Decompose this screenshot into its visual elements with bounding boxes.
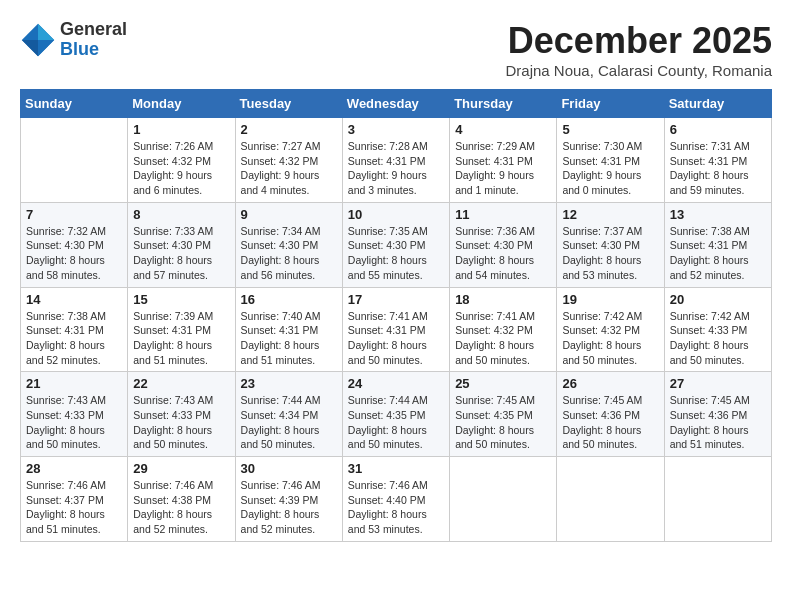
calendar-cell: 1Sunrise: 7:26 AM Sunset: 4:32 PM Daylig… bbox=[128, 118, 235, 203]
svg-marker-3 bbox=[22, 40, 38, 56]
calendar-cell: 6Sunrise: 7:31 AM Sunset: 4:31 PM Daylig… bbox=[664, 118, 771, 203]
day-number: 15 bbox=[133, 292, 229, 307]
cell-content: Sunrise: 7:30 AM Sunset: 4:31 PM Dayligh… bbox=[562, 139, 658, 198]
calendar-cell: 2Sunrise: 7:27 AM Sunset: 4:32 PM Daylig… bbox=[235, 118, 342, 203]
day-number: 24 bbox=[348, 376, 444, 391]
day-of-week-thursday: Thursday bbox=[450, 90, 557, 118]
calendar-cell: 31Sunrise: 7:46 AM Sunset: 4:40 PM Dayli… bbox=[342, 457, 449, 542]
cell-content: Sunrise: 7:44 AM Sunset: 4:34 PM Dayligh… bbox=[241, 393, 337, 452]
cell-content: Sunrise: 7:46 AM Sunset: 4:37 PM Dayligh… bbox=[26, 478, 122, 537]
calendar-cell: 24Sunrise: 7:44 AM Sunset: 4:35 PM Dayli… bbox=[342, 372, 449, 457]
cell-content: Sunrise: 7:44 AM Sunset: 4:35 PM Dayligh… bbox=[348, 393, 444, 452]
calendar-cell: 28Sunrise: 7:46 AM Sunset: 4:37 PM Dayli… bbox=[21, 457, 128, 542]
day-number: 8 bbox=[133, 207, 229, 222]
calendar-cell: 4Sunrise: 7:29 AM Sunset: 4:31 PM Daylig… bbox=[450, 118, 557, 203]
calendar-cell: 9Sunrise: 7:34 AM Sunset: 4:30 PM Daylig… bbox=[235, 202, 342, 287]
day-number: 1 bbox=[133, 122, 229, 137]
day-number: 30 bbox=[241, 461, 337, 476]
logo: General Blue bbox=[20, 20, 127, 60]
calendar-cell: 15Sunrise: 7:39 AM Sunset: 4:31 PM Dayli… bbox=[128, 287, 235, 372]
days-of-week-row: SundayMondayTuesdayWednesdayThursdayFrid… bbox=[21, 90, 772, 118]
logo-general: General bbox=[60, 20, 127, 40]
cell-content: Sunrise: 7:46 AM Sunset: 4:38 PM Dayligh… bbox=[133, 478, 229, 537]
calendar-cell: 17Sunrise: 7:41 AM Sunset: 4:31 PM Dayli… bbox=[342, 287, 449, 372]
cell-content: Sunrise: 7:27 AM Sunset: 4:32 PM Dayligh… bbox=[241, 139, 337, 198]
logo-icon bbox=[20, 22, 56, 58]
calendar-cell: 11Sunrise: 7:36 AM Sunset: 4:30 PM Dayli… bbox=[450, 202, 557, 287]
cell-content: Sunrise: 7:45 AM Sunset: 4:36 PM Dayligh… bbox=[670, 393, 766, 452]
page-header: General Blue December 2025 Drajna Noua, … bbox=[20, 20, 772, 79]
calendar-cell bbox=[21, 118, 128, 203]
day-number: 25 bbox=[455, 376, 551, 391]
svg-marker-2 bbox=[38, 40, 54, 56]
calendar-week-5: 28Sunrise: 7:46 AM Sunset: 4:37 PM Dayli… bbox=[21, 457, 772, 542]
day-number: 16 bbox=[241, 292, 337, 307]
day-of-week-saturday: Saturday bbox=[664, 90, 771, 118]
calendar-cell: 19Sunrise: 7:42 AM Sunset: 4:32 PM Dayli… bbox=[557, 287, 664, 372]
day-number: 9 bbox=[241, 207, 337, 222]
calendar-cell: 27Sunrise: 7:45 AM Sunset: 4:36 PM Dayli… bbox=[664, 372, 771, 457]
day-number: 12 bbox=[562, 207, 658, 222]
day-number: 28 bbox=[26, 461, 122, 476]
calendar-cell: 13Sunrise: 7:38 AM Sunset: 4:31 PM Dayli… bbox=[664, 202, 771, 287]
calendar-body: 1Sunrise: 7:26 AM Sunset: 4:32 PM Daylig… bbox=[21, 118, 772, 542]
day-number: 10 bbox=[348, 207, 444, 222]
calendar-week-1: 1Sunrise: 7:26 AM Sunset: 4:32 PM Daylig… bbox=[21, 118, 772, 203]
calendar-cell: 22Sunrise: 7:43 AM Sunset: 4:33 PM Dayli… bbox=[128, 372, 235, 457]
cell-content: Sunrise: 7:41 AM Sunset: 4:31 PM Dayligh… bbox=[348, 309, 444, 368]
day-of-week-monday: Monday bbox=[128, 90, 235, 118]
cell-content: Sunrise: 7:40 AM Sunset: 4:31 PM Dayligh… bbox=[241, 309, 337, 368]
day-number: 23 bbox=[241, 376, 337, 391]
calendar-week-4: 21Sunrise: 7:43 AM Sunset: 4:33 PM Dayli… bbox=[21, 372, 772, 457]
cell-content: Sunrise: 7:43 AM Sunset: 4:33 PM Dayligh… bbox=[26, 393, 122, 452]
day-number: 11 bbox=[455, 207, 551, 222]
calendar-cell: 10Sunrise: 7:35 AM Sunset: 4:30 PM Dayli… bbox=[342, 202, 449, 287]
cell-content: Sunrise: 7:39 AM Sunset: 4:31 PM Dayligh… bbox=[133, 309, 229, 368]
cell-content: Sunrise: 7:31 AM Sunset: 4:31 PM Dayligh… bbox=[670, 139, 766, 198]
cell-content: Sunrise: 7:45 AM Sunset: 4:36 PM Dayligh… bbox=[562, 393, 658, 452]
day-number: 4 bbox=[455, 122, 551, 137]
day-number: 20 bbox=[670, 292, 766, 307]
day-number: 13 bbox=[670, 207, 766, 222]
day-number: 29 bbox=[133, 461, 229, 476]
day-number: 6 bbox=[670, 122, 766, 137]
calendar-cell: 16Sunrise: 7:40 AM Sunset: 4:31 PM Dayli… bbox=[235, 287, 342, 372]
cell-content: Sunrise: 7:46 AM Sunset: 4:39 PM Dayligh… bbox=[241, 478, 337, 537]
day-of-week-friday: Friday bbox=[557, 90, 664, 118]
calendar-cell bbox=[557, 457, 664, 542]
cell-content: Sunrise: 7:32 AM Sunset: 4:30 PM Dayligh… bbox=[26, 224, 122, 283]
calendar-cell: 26Sunrise: 7:45 AM Sunset: 4:36 PM Dayli… bbox=[557, 372, 664, 457]
day-number: 7 bbox=[26, 207, 122, 222]
day-number: 2 bbox=[241, 122, 337, 137]
calendar-cell: 21Sunrise: 7:43 AM Sunset: 4:33 PM Dayli… bbox=[21, 372, 128, 457]
cell-content: Sunrise: 7:45 AM Sunset: 4:35 PM Dayligh… bbox=[455, 393, 551, 452]
calendar-cell: 12Sunrise: 7:37 AM Sunset: 4:30 PM Dayli… bbox=[557, 202, 664, 287]
calendar-cell bbox=[450, 457, 557, 542]
location-subtitle: Drajna Noua, Calarasi County, Romania bbox=[505, 62, 772, 79]
day-of-week-wednesday: Wednesday bbox=[342, 90, 449, 118]
day-number: 22 bbox=[133, 376, 229, 391]
cell-content: Sunrise: 7:29 AM Sunset: 4:31 PM Dayligh… bbox=[455, 139, 551, 198]
cell-content: Sunrise: 7:38 AM Sunset: 4:31 PM Dayligh… bbox=[670, 224, 766, 283]
calendar-table: SundayMondayTuesdayWednesdayThursdayFrid… bbox=[20, 89, 772, 542]
day-number: 14 bbox=[26, 292, 122, 307]
calendar-cell: 20Sunrise: 7:42 AM Sunset: 4:33 PM Dayli… bbox=[664, 287, 771, 372]
day-of-week-tuesday: Tuesday bbox=[235, 90, 342, 118]
calendar-cell: 29Sunrise: 7:46 AM Sunset: 4:38 PM Dayli… bbox=[128, 457, 235, 542]
calendar-cell: 3Sunrise: 7:28 AM Sunset: 4:31 PM Daylig… bbox=[342, 118, 449, 203]
cell-content: Sunrise: 7:28 AM Sunset: 4:31 PM Dayligh… bbox=[348, 139, 444, 198]
calendar-cell bbox=[664, 457, 771, 542]
logo-blue: Blue bbox=[60, 40, 127, 60]
day-number: 26 bbox=[562, 376, 658, 391]
cell-content: Sunrise: 7:34 AM Sunset: 4:30 PM Dayligh… bbox=[241, 224, 337, 283]
day-number: 18 bbox=[455, 292, 551, 307]
calendar-cell: 14Sunrise: 7:38 AM Sunset: 4:31 PM Dayli… bbox=[21, 287, 128, 372]
cell-content: Sunrise: 7:43 AM Sunset: 4:33 PM Dayligh… bbox=[133, 393, 229, 452]
day-number: 17 bbox=[348, 292, 444, 307]
day-number: 3 bbox=[348, 122, 444, 137]
title-block: December 2025 Drajna Noua, Calarasi Coun… bbox=[505, 20, 772, 79]
logo-text: General Blue bbox=[60, 20, 127, 60]
calendar-cell: 5Sunrise: 7:30 AM Sunset: 4:31 PM Daylig… bbox=[557, 118, 664, 203]
day-number: 21 bbox=[26, 376, 122, 391]
calendar-cell: 25Sunrise: 7:45 AM Sunset: 4:35 PM Dayli… bbox=[450, 372, 557, 457]
